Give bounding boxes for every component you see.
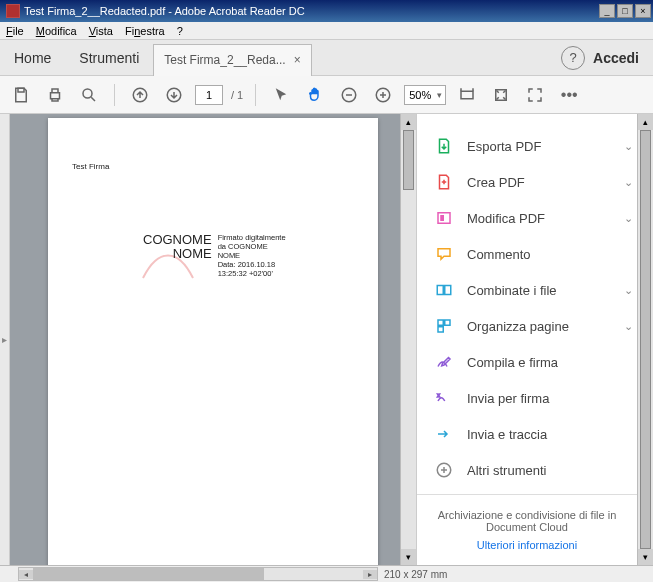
fullscreen-icon[interactable]	[522, 82, 548, 108]
tool-create-pdf[interactable]: Crea PDF ⌄	[433, 164, 633, 200]
sig-name-line2: NOME	[143, 247, 212, 261]
minimize-button[interactable]: _	[599, 4, 615, 18]
hscroll-thumb[interactable]	[33, 568, 264, 580]
tool-label: Altri strumenti	[467, 463, 546, 478]
next-page-icon[interactable]	[161, 82, 187, 108]
comment-icon	[433, 244, 455, 264]
tool-label: Combinate i file	[467, 283, 557, 298]
scroll-up-icon[interactable]: ▴	[401, 114, 416, 130]
left-pane-toggle[interactable]: ▸	[0, 114, 10, 565]
print-icon[interactable]	[42, 82, 68, 108]
menu-view[interactable]: Vista	[89, 25, 113, 37]
horizontal-scrollbar[interactable]: ◂ ▸	[18, 567, 378, 581]
svg-rect-17	[438, 327, 443, 332]
menu-edit[interactable]: Modifica	[36, 25, 77, 37]
page-number-input[interactable]	[195, 85, 223, 105]
sig-name-line1: COGNOME	[143, 233, 212, 247]
tools-pane: Esporta PDF ⌄ Crea PDF ⌄ Modifica PDF ⌄ …	[416, 114, 653, 565]
signin-link[interactable]: Accedi	[593, 50, 639, 66]
send-signature-icon: x	[433, 388, 455, 408]
tool-label: Esporta PDF	[467, 139, 541, 154]
menu-window[interactable]: Finestra	[125, 25, 165, 37]
tool-list: Esporta PDF ⌄ Crea PDF ⌄ Modifica PDF ⌄ …	[417, 114, 653, 494]
tool-send-track[interactable]: Invia e traccia	[433, 416, 633, 452]
tab-home[interactable]: Home	[0, 50, 65, 66]
tool-comment[interactable]: Commento	[433, 236, 633, 272]
scroll-up-icon[interactable]: ▴	[638, 114, 653, 130]
export-pdf-icon	[433, 136, 455, 156]
tool-label: Compila e firma	[467, 355, 558, 370]
doc-vertical-scrollbar[interactable]: ▴ ▾	[400, 114, 416, 565]
content-area: ▸ Test Firma COGNOME NOME Firmato digita…	[0, 114, 653, 565]
chevron-down-icon: ⌄	[624, 176, 633, 189]
scroll-down-icon[interactable]: ▾	[638, 549, 653, 565]
hand-tool-icon[interactable]	[302, 82, 328, 108]
tool-organize-pages[interactable]: Organizza pagine ⌄	[433, 308, 633, 344]
window-title: Test Firma_2__Redacted.pdf - Adobe Acrob…	[24, 5, 599, 17]
chevron-down-icon: ⌄	[624, 140, 633, 153]
tab-tools[interactable]: Strumenti	[65, 50, 153, 66]
menu-help[interactable]: ?	[177, 25, 183, 37]
signature-name: COGNOME NOME	[143, 233, 212, 262]
zoom-in-icon[interactable]	[370, 82, 396, 108]
help-icon[interactable]: ?	[561, 46, 585, 70]
document-viewport[interactable]: Test Firma COGNOME NOME Firmato digitalm…	[10, 114, 416, 565]
svg-rect-13	[437, 286, 443, 295]
zoom-out-icon[interactable]	[336, 82, 362, 108]
svg-rect-10	[443, 180, 445, 185]
tool-send-for-signature[interactable]: x Invia per firma	[433, 380, 633, 416]
fit-page-icon[interactable]	[488, 82, 514, 108]
tool-combine-files[interactable]: Combinate i file ⌄	[433, 272, 633, 308]
signature-details: Firmato digitalmente da COGNOME NOME Dat…	[218, 233, 286, 278]
chevron-down-icon: ⌄	[624, 212, 633, 225]
tool-fill-sign[interactable]: Compila e firma	[433, 344, 633, 380]
cloud-info-link[interactable]: Ulteriori informazioni	[437, 539, 617, 551]
svg-rect-7	[461, 91, 473, 99]
scroll-down-icon[interactable]: ▾	[401, 549, 416, 565]
tool-export-pdf[interactable]: Esporta PDF ⌄	[433, 128, 633, 164]
organize-pages-icon	[433, 316, 455, 336]
save-icon[interactable]	[8, 82, 34, 108]
svg-rect-0	[18, 88, 24, 92]
tab-row: Home Strumenti Test Firma_2__Reda... × ?…	[0, 40, 653, 76]
scroll-left-icon[interactable]: ◂	[19, 570, 33, 579]
svg-rect-14	[445, 286, 451, 295]
tool-label: Invia e traccia	[467, 427, 547, 442]
chevron-right-icon: ▸	[2, 334, 7, 345]
statusbar: ◂ ▸ 210 x 297 mm	[0, 565, 653, 582]
tool-edit-pdf[interactable]: Modifica PDF ⌄	[433, 200, 633, 236]
more-tools-icon[interactable]: •••	[556, 82, 582, 108]
tool-more-tools[interactable]: Altri strumenti	[433, 452, 633, 488]
tab-close-icon[interactable]: ×	[294, 53, 301, 67]
window-controls: _ □ ×	[599, 4, 651, 18]
edit-pdf-icon	[433, 208, 455, 228]
maximize-button[interactable]: □	[617, 4, 633, 18]
close-button[interactable]: ×	[635, 4, 651, 18]
tab-document[interactable]: Test Firma_2__Reda... ×	[153, 44, 311, 76]
svg-rect-15	[438, 320, 443, 325]
scroll-thumb[interactable]	[403, 130, 414, 190]
chevron-down-icon: ⌄	[624, 284, 633, 297]
menubar: File Modifica Vista Finestra ?	[0, 22, 653, 40]
tool-label: Commento	[467, 247, 531, 262]
search-icon[interactable]	[76, 82, 102, 108]
tools-vertical-scrollbar[interactable]: ▴ ▾	[637, 114, 653, 565]
scroll-thumb[interactable]	[640, 130, 651, 549]
chevron-down-icon: ⌄	[624, 320, 633, 333]
svg-rect-16	[445, 320, 450, 325]
window-titlebar: Test Firma_2__Redacted.pdf - Adobe Acrob…	[0, 0, 653, 22]
toolbar: / 1 50% •••	[0, 76, 653, 114]
tool-label: Crea PDF	[467, 175, 525, 190]
prev-page-icon[interactable]	[127, 82, 153, 108]
scroll-right-icon[interactable]: ▸	[363, 570, 377, 579]
svg-text:x: x	[437, 392, 440, 398]
more-tools-plus-icon	[433, 460, 455, 480]
zoom-value: 50%	[409, 89, 431, 101]
tool-label: Modifica PDF	[467, 211, 545, 226]
fit-width-icon[interactable]	[454, 82, 480, 108]
select-tool-icon[interactable]	[268, 82, 294, 108]
signature-block: COGNOME NOME Firmato digitalmente da COG…	[143, 233, 286, 278]
zoom-select[interactable]: 50%	[404, 85, 446, 105]
menu-file[interactable]: File	[6, 25, 24, 37]
svg-point-2	[83, 89, 92, 98]
